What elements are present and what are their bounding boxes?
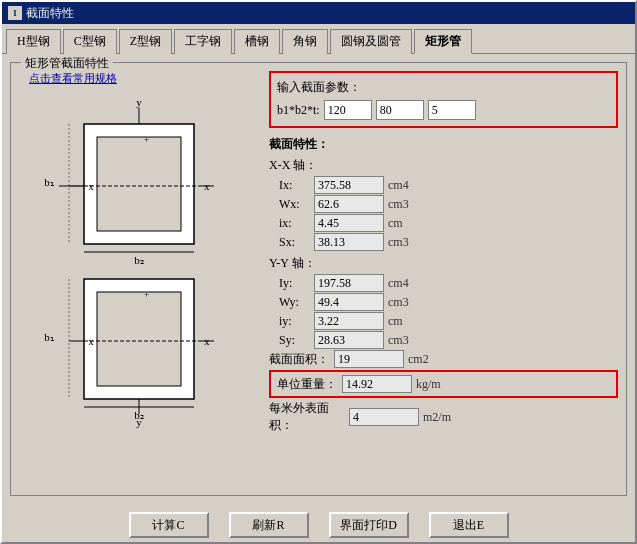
surface-row: 每米外表面积： 4 m2/m bbox=[269, 400, 618, 434]
weight-label: 单位重量： bbox=[277, 376, 342, 393]
sx-value: 38.13 bbox=[314, 233, 384, 251]
group-box-title: 矩形管截面特性 bbox=[21, 55, 113, 72]
wy-unit: cm3 bbox=[388, 295, 409, 310]
iy-row: Iy: 197.58 cm4 bbox=[269, 274, 618, 292]
tab-hxingang[interactable]: H型钢 bbox=[6, 29, 61, 54]
wx-label: Wx: bbox=[279, 197, 314, 212]
calc-button[interactable]: 计算C bbox=[129, 512, 209, 538]
wx-value: 62.6 bbox=[314, 195, 384, 213]
tab-caogang[interactable]: 槽钢 bbox=[234, 29, 280, 54]
area-value: 19 bbox=[334, 350, 404, 368]
wx-unit: cm3 bbox=[388, 197, 409, 212]
tabs-bar: H型钢 C型钢 Z型钢 工字钢 槽钢 角钢 圆钢及圆管 矩形管 bbox=[2, 24, 635, 54]
tab-jiaogang[interactable]: 角钢 bbox=[282, 29, 328, 54]
exit-button[interactable]: 退出E bbox=[429, 512, 509, 538]
ix-row: Ix: 375.58 cm4 bbox=[269, 176, 618, 194]
svg-text:+: + bbox=[144, 134, 149, 144]
area-row: 截面面积： 19 cm2 bbox=[269, 350, 618, 368]
section-props-title: 截面特性： bbox=[269, 136, 618, 153]
iy2-value: 3.22 bbox=[314, 312, 384, 330]
refresh-button[interactable]: 刷新R bbox=[229, 512, 309, 538]
ix2-value: 4.45 bbox=[314, 214, 384, 232]
iy-unit: cm4 bbox=[388, 276, 409, 291]
sy-value: 28.63 bbox=[314, 331, 384, 349]
sy-unit: cm3 bbox=[388, 333, 409, 348]
tab-cxingang[interactable]: C型钢 bbox=[63, 29, 117, 54]
wx-row: Wx: 62.6 cm3 bbox=[269, 195, 618, 213]
group-box: 矩形管截面特性 点击查看常用规格 y bbox=[10, 62, 627, 496]
buttons-bar: 计算C 刷新R 界面打印D 退出E bbox=[2, 504, 635, 542]
input-label: b1*b2*t: bbox=[277, 103, 320, 118]
sx-label: Sx: bbox=[279, 235, 314, 250]
ix2-unit: cm bbox=[388, 216, 403, 231]
title-bar: I 截面特性 bbox=[2, 2, 635, 24]
surface-label: 每米外表面积： bbox=[269, 400, 349, 434]
iy-value: 197.58 bbox=[314, 274, 384, 292]
iy2-unit: cm bbox=[388, 314, 403, 329]
input-section-title: 输入截面参数： bbox=[277, 79, 610, 96]
iy2-row: iy: 3.22 cm bbox=[269, 312, 618, 330]
input-section: 输入截面参数： b1*b2*t: bbox=[269, 71, 618, 128]
area-unit: cm2 bbox=[408, 352, 429, 367]
sy-label: Sy: bbox=[279, 333, 314, 348]
b1-input[interactable] bbox=[324, 100, 372, 120]
sx-unit: cm3 bbox=[388, 235, 409, 250]
title-icon: I bbox=[8, 6, 22, 20]
window-title: 截面特性 bbox=[26, 5, 74, 22]
svg-text:b₁: b₁ bbox=[44, 331, 54, 343]
svg-rect-16 bbox=[97, 292, 181, 386]
section-props: 截面特性： X-X 轴： Ix: 375.58 cm4 Wx: 62.6 cm bbox=[269, 136, 618, 435]
tab-gongzigang[interactable]: 工字钢 bbox=[174, 29, 232, 54]
ix2-label: ix: bbox=[279, 216, 314, 231]
input-row: b1*b2*t: bbox=[277, 100, 610, 120]
svg-text:y: y bbox=[136, 416, 142, 428]
surface-unit: m2/m bbox=[423, 410, 451, 425]
ix-unit: cm4 bbox=[388, 178, 409, 193]
print-button[interactable]: 界面打印D bbox=[329, 512, 409, 538]
b2-input[interactable] bbox=[376, 100, 424, 120]
t-input[interactable] bbox=[428, 100, 476, 120]
weight-value: 14.92 bbox=[342, 375, 412, 393]
wy-value: 49.4 bbox=[314, 293, 384, 311]
weight-row: 单位重量： 14.92 kg/m bbox=[269, 370, 618, 398]
sy-row: Sy: 28.63 cm3 bbox=[269, 331, 618, 349]
ix-label: Ix: bbox=[279, 178, 314, 193]
area-label: 截面面积： bbox=[269, 351, 334, 368]
ix2-row: ix: 4.45 cm bbox=[269, 214, 618, 232]
svg-text:+: + bbox=[144, 289, 149, 299]
tab-yuangang[interactable]: 圆钢及圆管 bbox=[330, 29, 412, 54]
wy-label: Wy: bbox=[279, 295, 314, 310]
diagram-area: 点击查看常用规格 y bbox=[19, 71, 259, 487]
tab-zxingang[interactable]: Z型钢 bbox=[119, 29, 172, 54]
xx-axis-title: X-X 轴： bbox=[269, 157, 618, 174]
weight-unit: kg/m bbox=[416, 377, 441, 392]
iy2-label: iy: bbox=[279, 314, 314, 329]
svg-text:b₂: b₂ bbox=[134, 254, 144, 266]
ix-value: 375.58 bbox=[314, 176, 384, 194]
surface-value: 4 bbox=[349, 408, 419, 426]
svg-rect-3 bbox=[97, 137, 181, 231]
cross-section-diagram: y b₂ bbox=[29, 94, 249, 434]
common-specs-link[interactable]: 点击查看常用规格 bbox=[29, 71, 117, 86]
svg-text:y: y bbox=[136, 96, 142, 108]
wy-row: Wy: 49.4 cm3 bbox=[269, 293, 618, 311]
content-area: 点击查看常用规格 y bbox=[19, 71, 618, 487]
main-content: 矩形管截面特性 点击查看常用规格 y bbox=[2, 54, 635, 504]
iy-label: Iy: bbox=[279, 276, 314, 291]
sx-row: Sx: 38.13 cm3 bbox=[269, 233, 618, 251]
props-area: 输入截面参数： b1*b2*t: 截面特性： X-X 轴： bbox=[269, 71, 618, 487]
tab-juxinguan[interactable]: 矩形管 bbox=[414, 29, 472, 54]
svg-text:b₁: b₁ bbox=[44, 176, 54, 188]
main-window: I 截面特性 H型钢 C型钢 Z型钢 工字钢 槽钢 角钢 圆钢及圆管 矩形管 矩… bbox=[0, 0, 637, 544]
yy-axis-title: Y-Y 轴： bbox=[269, 255, 618, 272]
